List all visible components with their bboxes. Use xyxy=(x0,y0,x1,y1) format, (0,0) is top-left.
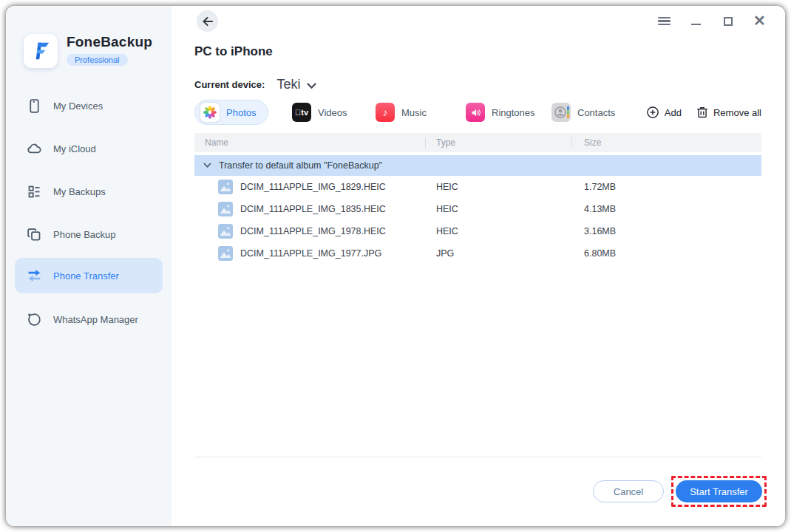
remove-all-button[interactable]: Remove all xyxy=(696,106,761,119)
file-size: 6.80MB xyxy=(584,248,616,259)
list-actions: Add Remove all xyxy=(646,100,761,125)
back-arrow-icon xyxy=(202,16,214,27)
close-icon[interactable]: ✕ xyxy=(753,15,766,27)
sidebar-item-phone-transfer[interactable]: Phone Transfer xyxy=(15,258,163,293)
sidebar-item-label: My Backups xyxy=(53,186,106,197)
table-row[interactable]: DCIM_111APPLE_IMG_1978.HEIC HEIC 3.16MB xyxy=(194,220,761,242)
brand-badge: Professional xyxy=(67,54,128,66)
file-size: 3.16MB xyxy=(584,226,616,236)
tab-ringtones[interactable]: Ringtones xyxy=(466,100,535,125)
tab-label: Videos xyxy=(318,107,347,118)
copy-icon xyxy=(27,227,42,242)
tab-music[interactable]: ♪ Music xyxy=(376,100,427,125)
add-button[interactable]: Add xyxy=(646,106,682,119)
cancel-button[interactable]: Cancel xyxy=(593,480,664,502)
file-size: 4.13MB xyxy=(584,204,616,214)
fonebackup-logo-icon xyxy=(24,34,58,68)
sidebar-item-label: My Devices xyxy=(53,100,103,112)
music-note-icon: ♪ xyxy=(376,103,395,122)
main-panel: ✕ PC to iPhone Current device: Teki xyxy=(172,6,785,526)
file-table: Name Type Size Transfer to default album… xyxy=(194,133,761,265)
tab-photos[interactable]: Photos xyxy=(194,100,268,125)
footer-divider xyxy=(194,457,761,457)
menu-icon[interactable] xyxy=(658,15,671,27)
tab-label: Contacts xyxy=(577,107,615,118)
add-circle-icon xyxy=(646,106,659,119)
device-name[interactable]: Teki xyxy=(276,77,300,92)
speaker-icon xyxy=(466,103,485,122)
column-divider xyxy=(425,137,426,148)
sidebar-item-label: WhatsApp Manager xyxy=(53,314,138,325)
sidebar-item-label: My iCloud xyxy=(53,143,96,154)
cloud-icon xyxy=(27,141,42,157)
start-transfer-annotation: Start Transfer xyxy=(671,476,767,507)
sidebar-item-my-backups[interactable]: My Backups xyxy=(15,174,163,209)
file-type: HEIC xyxy=(436,204,458,214)
file-type: JPG xyxy=(436,248,454,259)
add-label: Add xyxy=(665,107,682,118)
sidebar: FoneBackup Professional My Devices My iC… xyxy=(6,6,172,526)
tab-label: Photos xyxy=(226,107,256,118)
back-button[interactable] xyxy=(197,10,218,32)
table-row[interactable]: DCIM_111APPLE_IMG_1977.JPG JPG 6.80MB xyxy=(194,242,761,265)
sidebar-item-my-devices[interactable]: My Devices xyxy=(15,88,163,123)
minimize-icon[interactable] xyxy=(690,15,702,27)
table-header: Name Type Size xyxy=(194,133,761,152)
image-thumbnail-icon xyxy=(218,202,233,216)
column-divider xyxy=(571,137,572,148)
sidebar-item-my-icloud[interactable]: My iCloud xyxy=(15,131,163,166)
file-type: HEIC xyxy=(436,182,458,192)
tab-videos[interactable]: tv Videos xyxy=(292,100,347,125)
apple-tv-icon: tv xyxy=(292,103,311,122)
tab-contacts[interactable]: Contacts xyxy=(551,100,615,125)
page-title: PC to iPhone xyxy=(194,44,273,59)
trash-icon xyxy=(696,106,708,119)
app-logo: FoneBackup Professional xyxy=(24,34,152,68)
column-header-type: Type xyxy=(436,137,455,148)
phone-icon xyxy=(27,98,42,114)
tab-label: Music xyxy=(401,107,427,118)
file-size: 1.72MB xyxy=(584,182,616,192)
column-header-name: Name xyxy=(205,137,228,148)
table-row[interactable]: DCIM_111APPLE_IMG_1829.HEIC HEIC 1.72MB xyxy=(194,176,761,198)
image-thumbnail-icon xyxy=(218,224,233,239)
file-type: HEIC xyxy=(436,226,458,236)
sidebar-item-label: Phone Transfer xyxy=(53,270,119,282)
current-device-row: Current device: Teki xyxy=(194,77,316,92)
start-transfer-button[interactable]: Start Transfer xyxy=(676,480,762,502)
sidebar-item-phone-backup[interactable]: Phone Backup xyxy=(15,216,163,252)
sidebar-item-label: Phone Backup xyxy=(53,229,116,240)
album-group-row[interactable]: Transfer to default album "FoneBackup" xyxy=(194,155,761,176)
file-name: DCIM_111APPLE_IMG_1978.HEIC xyxy=(240,226,386,236)
file-name: DCIM_111APPLE_IMG_1977.JPG xyxy=(240,248,381,259)
brand-name: FoneBackup xyxy=(67,34,152,50)
maximize-icon[interactable] xyxy=(722,15,734,27)
contacts-book-icon xyxy=(551,103,571,122)
current-device-label: Current device: xyxy=(194,79,265,90)
chevron-down-icon xyxy=(203,163,211,168)
transfer-arrows-icon xyxy=(27,268,42,284)
app-window: FoneBackup Professional My Devices My iC… xyxy=(6,6,785,526)
tab-label: Ringtones xyxy=(492,107,535,118)
table-row[interactable]: DCIM_111APPLE_IMG_1835.HEIC HEIC 4.13MB xyxy=(194,198,761,220)
chat-bubble-icon xyxy=(27,312,42,327)
file-name: DCIM_111APPLE_IMG_1829.HEIC xyxy=(240,182,386,192)
image-thumbnail-icon xyxy=(218,246,233,261)
image-thumbnail-icon xyxy=(218,180,233,194)
remove-all-label: Remove all xyxy=(713,107,761,118)
column-header-size: Size xyxy=(584,137,601,148)
chevron-down-icon[interactable] xyxy=(307,79,316,92)
sidebar-item-whatsapp-manager[interactable]: WhatsApp Manager xyxy=(15,301,163,337)
photos-flower-icon xyxy=(200,103,220,122)
file-name: DCIM_111APPLE_IMG_1835.HEIC xyxy=(240,204,386,214)
album-group-label: Transfer to default album "FoneBackup" xyxy=(219,160,382,171)
window-controls: ✕ xyxy=(658,15,766,27)
backup-list-icon xyxy=(27,184,42,200)
